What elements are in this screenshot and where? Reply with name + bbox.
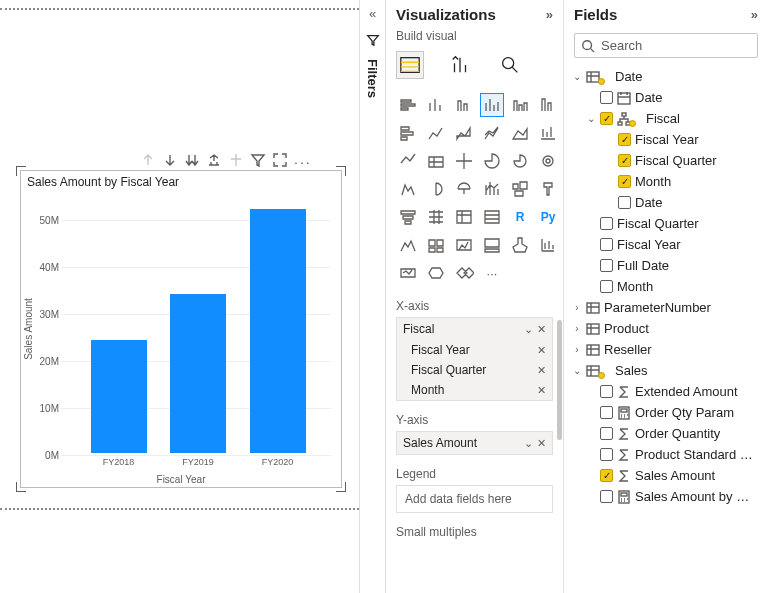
viz-type-option[interactable] <box>424 177 448 201</box>
checkbox[interactable] <box>618 196 631 209</box>
viz-type-option[interactable] <box>508 93 532 117</box>
tree-row[interactable]: Order Quantity <box>570 423 762 444</box>
viz-type-option[interactable] <box>452 261 476 285</box>
viz-type-option[interactable] <box>536 93 560 117</box>
viz-type-option[interactable] <box>480 205 504 229</box>
tree-row[interactable]: Fiscal Quarter <box>570 213 762 234</box>
checkbox[interactable]: ✓ <box>618 175 631 188</box>
legend-well-placeholder[interactable]: Add data fields here <box>396 485 553 513</box>
tree-row[interactable]: ›Product <box>570 318 762 339</box>
tree-row[interactable]: Full Date <box>570 255 762 276</box>
xaxis-well[interactable]: Fiscal ⌄✕ Fiscal Year✕ Fiscal Quarter✕ M… <box>396 317 553 401</box>
tree-row[interactable]: ›ParameterNumber <box>570 297 762 318</box>
viz-type-option[interactable] <box>396 205 420 229</box>
checkbox[interactable]: ✓ <box>618 133 631 146</box>
bar[interactable] <box>91 340 147 453</box>
remove-field-icon[interactable]: ✕ <box>537 384 546 397</box>
viz-type-option[interactable] <box>424 261 448 285</box>
remove-field-icon[interactable]: ✕ <box>537 437 546 450</box>
checkbox[interactable] <box>600 217 613 230</box>
tree-row[interactable]: ✓Month <box>570 171 762 192</box>
format-visual-tab[interactable] <box>446 51 474 79</box>
viz-type-option[interactable] <box>536 121 560 145</box>
checkbox[interactable] <box>600 406 613 419</box>
viz-type-option[interactable] <box>536 233 560 257</box>
tree-row[interactable]: Product Standard Cost <box>570 444 762 465</box>
drill-down-icon[interactable] <box>162 152 178 171</box>
tree-row[interactable]: Sales Amount by Du... <box>570 486 762 507</box>
checkbox[interactable]: ✓ <box>618 154 631 167</box>
viz-type-option[interactable] <box>396 233 420 257</box>
viz-type-option[interactable] <box>536 149 560 173</box>
viz-type-option[interactable] <box>508 177 532 201</box>
tree-row[interactable]: ✓Sales Amount <box>570 465 762 486</box>
viz-type-option[interactable] <box>424 93 448 117</box>
viz-type-option[interactable] <box>480 121 504 145</box>
focus-mode-icon[interactable] <box>272 152 288 171</box>
tree-row[interactable]: Extended Amount <box>570 381 762 402</box>
filters-pane-collapsed[interactable]: « Filters <box>360 0 386 593</box>
xaxis-field[interactable]: Fiscal Quarter <box>411 363 486 377</box>
viz-type-option[interactable] <box>480 93 504 117</box>
checkbox[interactable] <box>600 385 613 398</box>
viz-type-option[interactable] <box>396 93 420 117</box>
viz-type-option[interactable] <box>452 177 476 201</box>
tree-row[interactable]: Order Qty Param <box>570 402 762 423</box>
viz-type-option[interactable] <box>424 205 448 229</box>
remove-field-icon[interactable]: ✕ <box>537 364 546 377</box>
collapse-fields-icon[interactable]: » <box>751 7 758 22</box>
viz-type-option[interactable] <box>452 121 476 145</box>
viz-type-option[interactable] <box>424 121 448 145</box>
checkbox[interactable] <box>600 91 613 104</box>
bar[interactable] <box>250 209 306 453</box>
search-input[interactable]: Search <box>574 33 758 58</box>
viz-type-option[interactable] <box>536 177 560 201</box>
viz-type-option[interactable] <box>424 233 448 257</box>
viz-type-option[interactable]: Py <box>536 205 560 229</box>
viz-type-option[interactable] <box>396 177 420 201</box>
yaxis-well[interactable]: Sales Amount ⌄✕ <box>396 431 553 455</box>
tree-row[interactable]: Month <box>570 276 762 297</box>
viz-type-option[interactable]: R <box>508 205 532 229</box>
viz-type-option[interactable] <box>452 149 476 173</box>
filter-icon[interactable] <box>250 152 266 171</box>
tree-row[interactable]: Date <box>570 192 762 213</box>
expand-filters-icon[interactable]: « <box>369 6 376 21</box>
viz-type-option[interactable] <box>452 233 476 257</box>
tree-row[interactable]: ✓Fiscal Quarter <box>570 150 762 171</box>
bar-chart-visual[interactable]: Sales Amount by Fiscal Year Sales Amount… <box>20 170 342 488</box>
remove-field-icon[interactable]: ✕ <box>537 323 546 336</box>
viz-type-option[interactable] <box>508 233 532 257</box>
chevron-down-icon[interactable]: ⌄ <box>524 437 533 450</box>
remove-field-icon[interactable]: ✕ <box>537 344 546 357</box>
viz-type-option[interactable] <box>480 177 504 201</box>
collapse-viz-icon[interactable]: » <box>546 7 553 22</box>
viz-type-option[interactable] <box>480 233 504 257</box>
viz-type-option[interactable] <box>508 121 532 145</box>
viz-type-option[interactable] <box>396 261 420 285</box>
viz-type-option[interactable]: ··· <box>480 261 504 285</box>
yaxis-field[interactable]: Sales Amount <box>403 436 477 450</box>
expand-all-icon[interactable] <box>206 152 222 171</box>
build-visual-tab[interactable] <box>396 51 424 79</box>
checkbox[interactable] <box>600 490 613 503</box>
checkbox[interactable]: ✓ <box>600 469 613 482</box>
checkbox[interactable] <box>600 259 613 272</box>
checkbox[interactable] <box>600 280 613 293</box>
checkbox[interactable]: ✓ <box>600 112 613 125</box>
viz-type-option[interactable] <box>396 149 420 173</box>
analytics-tab[interactable] <box>496 51 524 79</box>
drill-up-icon[interactable] <box>140 152 156 171</box>
checkbox[interactable] <box>600 238 613 251</box>
tree-row[interactable]: ›Reseller <box>570 339 762 360</box>
drill-through-icon[interactable] <box>228 152 244 171</box>
tree-row[interactable]: ⌄Date <box>570 66 762 87</box>
tree-row[interactable]: ✓Fiscal Year <box>570 129 762 150</box>
tree-row[interactable]: Fiscal Year <box>570 234 762 255</box>
report-canvas[interactable]: ··· Sales Amount by Fiscal Year Sales Am… <box>0 0 360 593</box>
viz-type-option[interactable] <box>396 121 420 145</box>
tree-row[interactable]: ⌄Sales <box>570 360 762 381</box>
more-options-icon[interactable]: ··· <box>294 154 312 170</box>
bar[interactable] <box>170 294 226 453</box>
checkbox[interactable] <box>600 448 613 461</box>
